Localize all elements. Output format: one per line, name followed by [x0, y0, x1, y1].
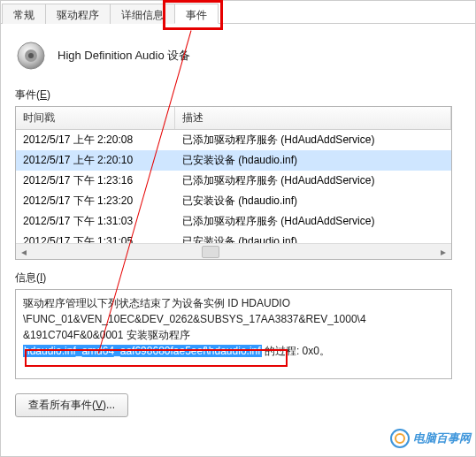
info-textarea[interactable]: 驱动程序管理以下列状态结束了为设备实例 ID HDAUDIO \FUNC_01&… [15, 289, 452, 379]
tab-content: High Definition Audio 设备 事件(E) 时间戳 描述 20… [1, 24, 475, 428]
scroll-right-arrow[interactable]: ▸ [435, 245, 451, 259]
cell-description: 已安装设备 (hdaudio.inf) [175, 152, 451, 169]
tab-details[interactable]: 详细信息 [110, 4, 175, 24]
info-line4-post: 的过程: 0x0。 [262, 345, 330, 357]
table-row[interactable]: 2012/5/17 下午 1:31:05已安装设备 (hdaudio.inf) [16, 232, 451, 243]
horizontal-scrollbar[interactable]: ◂ ▸ [16, 243, 451, 259]
cell-description: 已安装设备 (hdaudio.inf) [175, 233, 451, 243]
info-line3-pre: & [23, 329, 30, 341]
table-row[interactable]: 2012/5/17 下午 1:23:20已安装设备 (hdaudio.inf) [16, 191, 451, 211]
cell-description: 已添加驱动程序服务 (HdAudAddService) [175, 213, 451, 230]
tab-bar: 常规 驱动程序 详细信息 事件 [1, 1, 475, 24]
cell-timestamp: 2012/5/17 上午 2:20:10 [16, 152, 175, 169]
info-line2: \FUNC_01&VEN_10EC&DEV_0262&SUBSYS_17AA38… [23, 313, 366, 325]
scroll-track[interactable] [32, 245, 435, 259]
tab-events[interactable]: 事件 [174, 4, 219, 24]
events-table-header: 时间戳 描述 [16, 107, 451, 130]
table-row[interactable]: 2012/5/17 下午 1:31:03已添加驱动程序服务 (HdAudAddS… [16, 211, 451, 232]
watermark-icon [390, 429, 410, 448]
device-header: High Definition Audio 设备 [15, 40, 461, 72]
events-label: 事件(E) [15, 88, 461, 103]
table-row[interactable]: 2012/5/17 下午 1:23:16已添加驱动程序服务 (HdAudAddS… [16, 171, 451, 191]
cell-timestamp: 2012/5/17 上午 2:20:08 [16, 132, 175, 149]
tab-general[interactable]: 常规 [2, 4, 46, 24]
scroll-left-arrow[interactable]: ◂ [16, 245, 32, 259]
cell-timestamp: 2012/5/17 下午 1:31:05 [16, 233, 175, 243]
cell-timestamp: 2012/5/17 下午 1:23:16 [16, 172, 175, 189]
device-properties-window: 常规 驱动程序 详细信息 事件 High Definition Audio 设备… [0, 0, 476, 457]
info-selected-path: hdaudio.inf_amd64_aaf698680fae5eef\hdaud… [23, 345, 262, 357]
svg-point-3 [391, 430, 409, 447]
watermark-text: 电脑百事网 [413, 430, 471, 446]
svg-point-4 [395, 434, 404, 443]
view-all-events-button[interactable]: 查看所有事件(V)... [15, 393, 128, 417]
speaker-icon [15, 40, 47, 72]
scroll-thumb[interactable] [202, 246, 219, 258]
cell-timestamp: 2012/5/17 下午 1:23:20 [16, 193, 175, 209]
col-timestamp[interactable]: 时间戳 [16, 107, 175, 129]
svg-point-2 [28, 53, 34, 58]
events-table: 时间戳 描述 2012/5/17 上午 2:20:08已添加驱动程序服务 (Hd… [15, 106, 452, 260]
cell-description: 已添加驱动程序服务 (HdAudAddService) [175, 172, 451, 189]
cell-description: 已添加驱动程序服务 (HdAudAddService) [175, 132, 451, 149]
cell-description: 已安装设备 (hdaudio.inf) [175, 193, 451, 209]
col-description[interactable]: 描述 [175, 107, 451, 129]
device-title: High Definition Audio 设备 [58, 48, 190, 64]
cell-timestamp: 2012/5/17 下午 1:31:03 [16, 213, 175, 230]
table-row[interactable]: 2012/5/17 上午 2:20:10已安装设备 (hdaudio.inf) [16, 150, 451, 171]
watermark: 电脑百事网 [390, 429, 471, 448]
info-line1: 驱动程序管理以下列状态结束了为设备实例 ID HDAUDIO [23, 297, 290, 309]
table-row[interactable]: 2012/5/17 上午 2:20:08已添加驱动程序服务 (HdAudAddS… [16, 130, 451, 150]
info-line3-obscured: 191C704F&0&0001 安装驱动程序 [30, 329, 190, 341]
tab-driver[interactable]: 驱动程序 [45, 4, 111, 24]
info-label: 信息(I) [15, 270, 461, 286]
events-table-body: 2012/5/17 上午 2:20:08已添加驱动程序服务 (HdAudAddS… [16, 130, 451, 243]
